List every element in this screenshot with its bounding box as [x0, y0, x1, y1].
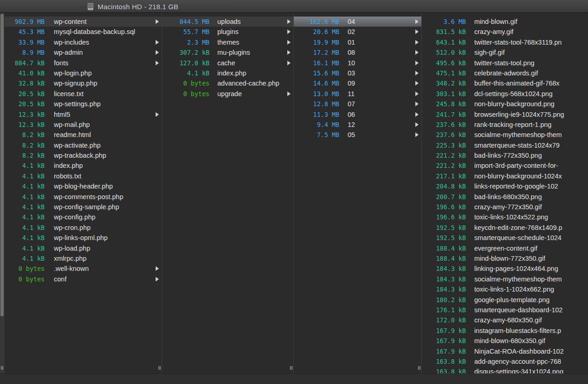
file-name: sigh-gif.gif [474, 47, 588, 57]
file-row[interactable]: 184.3 kBtoxic-links-1-1024x662.png [422, 284, 588, 294]
file-row[interactable]: 225.3 kBsmarterqueue-stats-1024x79 [422, 140, 588, 150]
file-row[interactable]: 7.5 MB05 [294, 130, 421, 140]
file-row[interactable]: 163.8 kBdisqus-settings-341x1024.png [422, 367, 588, 373]
file-row[interactable]: 200.7 kBbad-links-680x350.png [422, 192, 588, 202]
vertical-scrollbar-track[interactable] [0, 13, 5, 373]
file-row[interactable]: 0 bytesconf [5, 274, 162, 284]
file-row[interactable]: 8.9 MBwp-admin [5, 47, 162, 57]
file-name: wp-includes [54, 37, 162, 47]
file-row[interactable]: 0 bytesupgrade [162, 89, 293, 99]
file-row[interactable]: 12.8 MB07 [294, 99, 421, 109]
file-row[interactable]: 188.4 kBevergreen-content.gif [422, 243, 588, 253]
file-row[interactable]: 245.8 kBnon-blurry-background.png [422, 99, 588, 109]
file-row[interactable]: 4.1 kBindex.php [162, 68, 293, 78]
vertical-scrollbar-thumb[interactable] [0, 14, 4, 316]
file-row[interactable]: 167.9 kBNinjaCat-ROA-dashboard-102 [422, 346, 588, 356]
file-row[interactable]: 14.6 MB09 [294, 78, 421, 88]
file-row[interactable]: 8.2 kBreadme.html [5, 130, 162, 140]
file-row[interactable]: 12.3 kBhtml5 [5, 109, 162, 120]
file-row[interactable]: 15.6 MB03 [294, 68, 421, 78]
column-resize-handle[interactable] [1, 366, 3, 370]
file-row[interactable]: 221.2 kBbad-links-772x350.png [422, 150, 588, 160]
file-row[interactable]: 180.2 kBgoogle-plus-template.png [422, 295, 588, 305]
file-row[interactable]: 4.1 kBwp-blog-header.php [5, 181, 162, 191]
file-row[interactable]: 0 bytesadvanced-cache.php [162, 78, 293, 88]
file-row[interactable]: 4.1 kBwp-cron.php [5, 223, 162, 233]
file-row[interactable]: 20.6 MB02 [294, 27, 421, 37]
file-row[interactable]: 512.0 kBsigh-gif.gif [422, 47, 588, 57]
file-row[interactable]: 17.2 MB08 [294, 47, 421, 57]
disclosure-triangle-icon [415, 29, 419, 34]
file-row[interactable]: 643.1 kBtwitter-stats-tool-768x3119.pn [422, 37, 588, 47]
file-row[interactable]: 2.3 MBthemes [162, 37, 293, 47]
column-resize-handle[interactable] [158, 366, 161, 370]
file-name: wp-login.php [54, 68, 162, 78]
file-row[interactable]: 4.1 kBindex.php [5, 160, 162, 171]
file-row[interactable]: 237.6 kBsocialme-mythemeshop-them [422, 130, 588, 140]
file-row[interactable]: 196.6 kBtoxic-links-1024x522.png [422, 212, 588, 222]
file-row[interactable]: 831.5 kBcrazy-amy.gif [422, 27, 588, 37]
file-row[interactable]: 3.6 MBmind-blown.gif [422, 17, 588, 27]
file-row[interactable]: 45.3 MBmysql-database-backup.sql [5, 27, 162, 37]
file-row[interactable]: 902.9 MBwp-content [5, 17, 162, 27]
file-row[interactable]: 196.6 kBcrazy-amy-772x350.gif [422, 202, 588, 212]
column-resize-handle[interactable] [290, 366, 292, 370]
file-row[interactable]: 188.4 kBmind-blown-772x350.gif [422, 253, 588, 264]
file-row[interactable]: 204.8 kBlinks-reported-to-google-102 [422, 181, 588, 191]
file-row[interactable]: 9.4 MB12 [294, 120, 421, 130]
file-row[interactable]: 884.7 kBfonts [5, 58, 162, 68]
file-row[interactable]: 4.1 kBxmlrpc.php [5, 253, 162, 264]
file-row[interactable]: 348.2 kBbuffer-this-animated-gif-768x [422, 78, 588, 88]
file-size: 0 bytes [5, 274, 45, 284]
file-row[interactable]: 475.1 kBcelebrate-adwords.gif [422, 68, 588, 78]
file-row[interactable]: 8.2 kBwp-trackback.php [5, 150, 162, 160]
file-size: 184.3 kB [422, 284, 466, 294]
file-name: linking-pages-1024x464.png [474, 264, 588, 274]
file-row[interactable]: 163.8 kBadd-agency-account-ppc-768 [422, 356, 588, 367]
file-row[interactable]: 217.1 kBnon-blurry-background-1024x [422, 171, 588, 181]
file-row[interactable]: 4.1 kBwp-config.php [5, 212, 162, 222]
file-name: themes [217, 37, 293, 47]
file-row[interactable]: 8.2 kBwp-activate.php [5, 140, 162, 150]
file-row[interactable]: 172.0 kBcrazy-amy-680x350.gif [422, 315, 588, 325]
file-row[interactable]: 4.1 kBwp-links-opml.php [5, 233, 162, 243]
file-row[interactable]: 844.5 MBuploads [162, 17, 293, 27]
file-row[interactable]: 12.3 kBwp-mail.php [5, 120, 162, 130]
file-row[interactable]: 20.5 kBwp-settings.php [5, 99, 162, 109]
file-row[interactable]: 33.9 MBwp-includes [5, 37, 162, 47]
file-row[interactable]: 127.0 kBcache [162, 58, 293, 68]
file-row[interactable]: 176.1 kBsmarterqueue-dashboard-102 [422, 305, 588, 315]
file-name: disqus-settings-341x1024.png [474, 367, 588, 373]
file-row[interactable]: 19.9 MB01 [294, 37, 421, 47]
file-size: 180.2 kB [422, 295, 466, 305]
file-row[interactable]: 32.8 kBwp-signup.php [5, 78, 162, 88]
file-row[interactable]: 237.6 kBrank-tracking-report-1.png [422, 120, 588, 130]
file-row[interactable]: 192.5 kBkeycdn-edit-zone-768x1409.p [422, 223, 588, 233]
file-row[interactable]: 192.5 kBsmarterqueue-schedule-1024 [422, 233, 588, 243]
file-row[interactable]: 4.1 kBwp-comments-post.php [5, 192, 162, 202]
file-row[interactable]: 307.2 kBmu-plugins [162, 47, 293, 57]
file-row[interactable]: 495.6 kBtwitter-stats-tool.png [422, 58, 588, 68]
file-row[interactable]: 41.0 kBwp-login.php [5, 68, 162, 78]
file-row[interactable]: 16.1 MB10 [294, 58, 421, 68]
file-row[interactable]: 184.3 kBlinking-pages-1024x464.png [422, 264, 588, 274]
file-row[interactable]: 241.7 kBbrowserling-ie9-1024x775.png [422, 109, 588, 120]
column-resize-handle[interactable] [418, 366, 420, 370]
file-row[interactable]: 167.9 kBmind-blown-680x350.gif [422, 336, 588, 346]
file-row[interactable]: 13.0 MB11 [294, 89, 421, 99]
file-name: index.php [54, 160, 162, 171]
file-row[interactable]: 303.1 kBdcl-settings-568x1024.png [422, 89, 588, 99]
file-row[interactable]: 162.6 MB04 [294, 17, 421, 27]
file-row[interactable]: 4.1 kBrobots.txt [5, 171, 162, 181]
file-row[interactable]: 11.3 MB06 [294, 109, 421, 120]
file-row[interactable]: 4.1 kBwp-load.php [5, 243, 162, 253]
file-row[interactable]: 0 bytes.well-known [5, 264, 162, 274]
file-row[interactable]: 55.7 MBplugins [162, 27, 293, 37]
file-row[interactable]: 221.2 kBimport-3rd-party-content-for- [422, 160, 588, 171]
file-row[interactable]: 184.3 kBsocialme-mythemeshop-them [422, 274, 588, 284]
file-row[interactable]: 4.1 kBwp-config-sample.php [5, 202, 162, 212]
file-row[interactable]: 20.5 kBlicense.txt [5, 89, 162, 99]
file-name: add-agency-account-ppc-768 [474, 356, 588, 367]
file-row[interactable]: 167.9 kBinstagram-bluestacks-filters.p [422, 326, 588, 336]
file-size: 192.5 kB [422, 223, 466, 233]
